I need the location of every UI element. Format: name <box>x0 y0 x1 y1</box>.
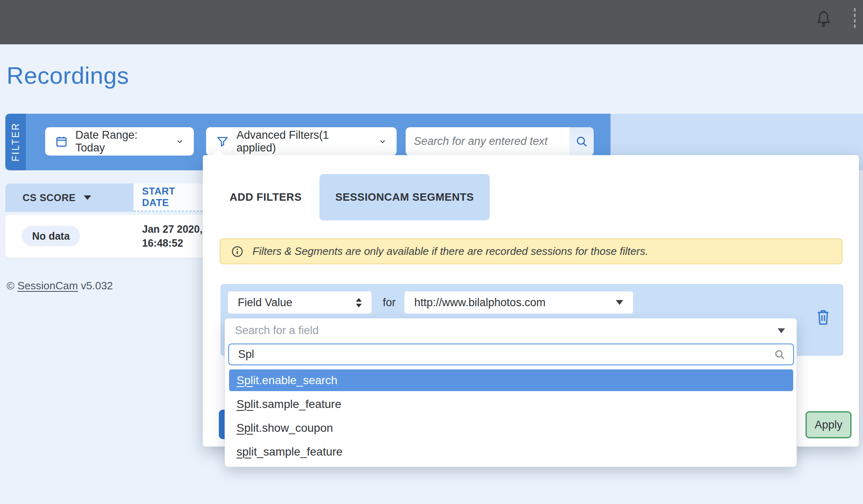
advanced-filters-button[interactable]: Advanced Filters(1 applied) <box>206 127 397 156</box>
search-button[interactable] <box>569 127 594 156</box>
advanced-filters-label: Advanced Filters(1 applied) <box>236 129 371 154</box>
for-label: for <box>380 291 399 314</box>
notifications-bell-icon[interactable] <box>815 10 832 28</box>
filter-tab[interactable]: FILTER <box>5 114 26 170</box>
info-banner-text: Filters & Segments are only available if… <box>252 245 648 258</box>
search-icon <box>575 135 589 149</box>
field-select-placeholder: Search for a field <box>235 324 319 337</box>
version-label: v5.032 <box>78 279 113 292</box>
kebab-menu-icon[interactable] <box>854 8 856 28</box>
chevron-down-icon <box>379 137 387 146</box>
search-icon <box>773 348 786 361</box>
delete-filter-button[interactable] <box>815 309 831 325</box>
start-date-label: START DATE <box>142 186 203 208</box>
apply-button[interactable]: Apply <box>806 411 852 438</box>
info-icon <box>231 245 243 258</box>
site-select-value: http://www.bilalphotos.com <box>414 296 546 309</box>
date-range-button[interactable]: Date Range: Today <box>45 127 194 156</box>
text-search <box>406 127 594 156</box>
page-title: Recordings <box>7 62 129 89</box>
funnel-icon <box>216 135 229 148</box>
filter-tab-label: FILTER <box>10 122 21 162</box>
calendar-icon <box>55 135 68 148</box>
field-option[interactable]: Split.sample_feature <box>229 393 793 415</box>
select-arrow-icon <box>616 300 623 305</box>
field-search-dropdown: Search for a field Split.enable_searchSp… <box>225 318 797 467</box>
footer-copyright: © SessionCam v5.032 <box>7 279 113 292</box>
field-option[interactable]: Split.show_coupon <box>229 417 793 439</box>
field-type-value: Field Value <box>238 296 292 309</box>
copyright-symbol: © <box>7 279 17 292</box>
field-option[interactable]: Split.enable_search <box>229 369 793 391</box>
select-spinner-icon <box>356 298 362 307</box>
top-nav <box>0 0 863 44</box>
trash-icon <box>815 309 831 325</box>
column-header-start-date[interactable]: START DATE <box>133 183 203 212</box>
field-type-select[interactable]: Field Value <box>228 291 372 314</box>
info-banner: Filters & Segments are only available if… <box>220 238 842 264</box>
sessioncam-link[interactable]: SessionCam <box>17 279 78 292</box>
field-option[interactable]: split_sample_feature <box>229 441 793 463</box>
field-search-input[interactable] <box>238 348 773 361</box>
field-select-display[interactable]: Search for a field <box>225 318 796 343</box>
field-search-box <box>228 344 794 365</box>
start-date-line2: 16:48:52 <box>142 236 202 250</box>
text-search-input[interactable] <box>406 127 569 156</box>
field-options-list: Split.enable_searchSplit.sample_featureS… <box>229 369 793 465</box>
cs-score-label: CS SCORE <box>23 192 76 204</box>
start-date-cell: Jan 27 2020, 16:48:52 <box>142 222 202 250</box>
column-header-cs-score[interactable]: CS SCORE <box>5 183 133 212</box>
sort-descending-icon <box>84 195 91 200</box>
tab-add-filters[interactable]: ADD FILTERS <box>223 174 309 220</box>
start-date-line1: Jan 27 2020, <box>142 222 202 236</box>
dropdown-arrow-icon <box>778 328 785 333</box>
tab-sessioncam-segments[interactable]: SESSIONCAM SEGMENTS <box>319 174 490 220</box>
date-range-label: Date Range: Today <box>75 129 168 154</box>
chevron-down-icon <box>176 137 184 146</box>
cs-score-badge: No data <box>22 226 80 246</box>
site-select[interactable]: http://www.bilalphotos.com <box>404 291 633 314</box>
